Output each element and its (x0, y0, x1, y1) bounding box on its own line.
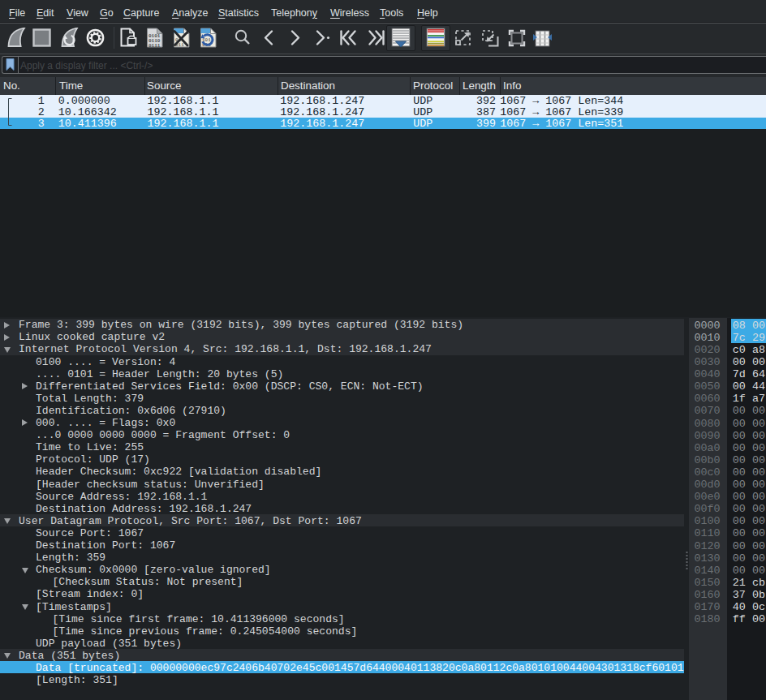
svg-text:0111: 0111 (148, 43, 161, 48)
